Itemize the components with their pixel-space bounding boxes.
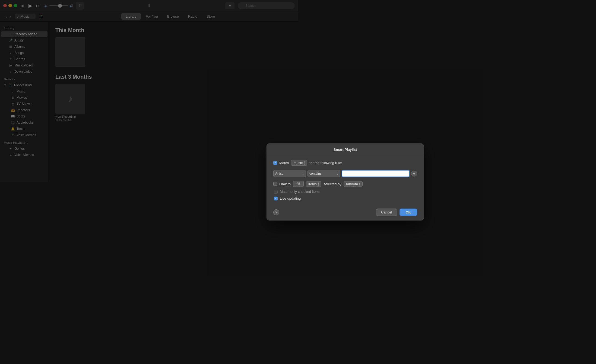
smart-playlist-dialog: Smart Playlist ✓ Match music ▲ ▼ for the… <box>267 143 298 182</box>
limit-row: Limit to items ▲ ▼ selected by random ▲ … <box>273 181 298 182</box>
limit-value-input[interactable] <box>293 181 298 182</box>
rule-field-dropdown[interactable]: Artist ▲ ▼ <box>273 170 298 177</box>
dialog-title-bar: Smart Playlist <box>267 144 298 155</box>
rule-field-value: Artist <box>275 172 283 175</box>
match-type-value: music <box>293 161 298 165</box>
rule-row: Artist ▲ ▼ contains ▲ ▼ + <box>273 170 298 177</box>
match-type-dropdown[interactable]: music ▲ ▼ <box>291 160 298 166</box>
checkbox-check-icon: ✓ <box>274 161 276 164</box>
match-checkbox[interactable]: ✓ <box>273 161 277 165</box>
dialog-overlay <box>0 0 298 182</box>
dialog-body: ✓ Match music ▲ ▼ for the following rule… <box>267 155 298 182</box>
match-label-pre: Match <box>279 161 289 165</box>
match-row: ✓ Match music ▲ ▼ for the following rule… <box>273 160 298 166</box>
